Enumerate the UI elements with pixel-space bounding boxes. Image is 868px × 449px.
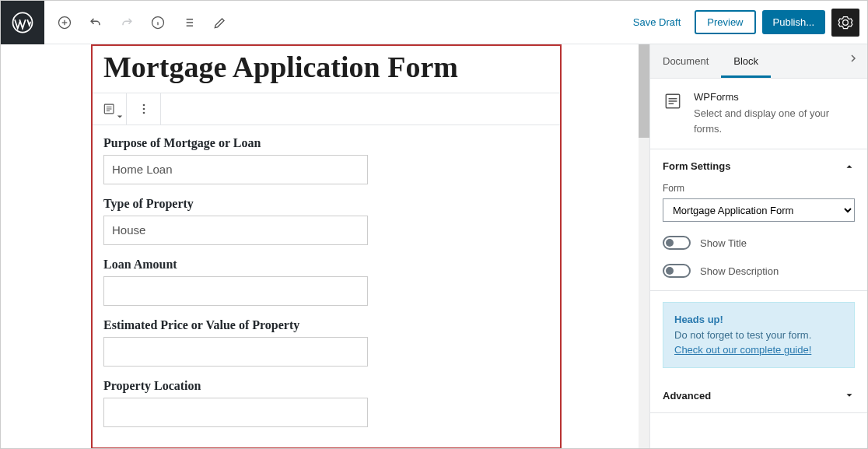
field-input-location[interactable] [103, 398, 368, 427]
form-field: Purpose of Mortgage or Loan [103, 136, 549, 184]
wpforms-icon [663, 91, 684, 113]
block-card: WPForms Select and display one of your f… [650, 79, 867, 149]
field-label: Estimated Price or Value of Property [103, 318, 549, 332]
panel-advanced: Advanced [650, 379, 867, 413]
field-label: Type of Property [103, 197, 549, 211]
editor-scrollbar-thumb[interactable] [639, 44, 649, 138]
field-input-amount[interactable] [103, 276, 368, 306]
notice-link[interactable]: Check out our complete guide! [674, 344, 811, 356]
sidebar-tabs: Document Block [650, 44, 867, 79]
add-block-button[interactable] [51, 9, 79, 37]
panel-header-form-settings[interactable]: Form Settings [650, 149, 867, 183]
outline-button[interactable] [175, 9, 203, 37]
toggle-show-title[interactable] [663, 236, 691, 250]
info-button[interactable] [144, 9, 172, 37]
block-more-button[interactable] [127, 93, 161, 125]
svg-point-6 [142, 111, 145, 114]
redo-button[interactable] [113, 9, 141, 37]
field-label: Loan Amount [103, 258, 549, 272]
notice-body: Do not forget to test your form. [674, 329, 811, 341]
preview-button[interactable]: Preview [695, 10, 755, 34]
panel-title: Form Settings [663, 160, 730, 172]
block-description: Select and display one of your forms. [694, 106, 855, 136]
settings-gear-button[interactable] [831, 9, 859, 37]
field-label: Property Location [103, 379, 549, 393]
save-draft-button[interactable]: Save Draft [625, 10, 688, 34]
tab-block[interactable]: Block [721, 44, 771, 78]
page-title[interactable]: Mortgage Application Form [93, 46, 560, 93]
main-area: Mortgage Application Form Purpose of Mor… [1, 44, 867, 448]
publish-button[interactable]: Publish... [762, 10, 825, 34]
selected-block[interactable]: Mortgage Application Form Purpose of Mor… [91, 44, 562, 448]
tab-document[interactable]: Document [650, 44, 721, 78]
block-type-button[interactable] [93, 93, 127, 125]
toolbar-left [44, 1, 240, 44]
toolbar-right: Save Draft Preview Publish... [625, 9, 867, 37]
toggle-show-description-row: Show Description [663, 264, 855, 278]
wordpress-logo[interactable] [1, 1, 44, 44]
toggle-show-title-row: Show Title [663, 236, 855, 250]
editor-canvas: Mortgage Application Form Purpose of Mor… [1, 44, 649, 448]
editor-scrollbar-track[interactable] [639, 44, 649, 448]
block-toolbar [93, 93, 560, 125]
form-select-label: Form [663, 183, 855, 194]
chevron-down-icon [844, 390, 855, 401]
block-name: WPForms [694, 91, 855, 103]
settings-sidebar: Document Block WPForms Select and displa… [649, 44, 867, 448]
field-input-type[interactable] [103, 216, 368, 245]
panel-body: Form Mortgage Application Form Show Titl… [650, 183, 867, 290]
form-field: Property Location [103, 379, 549, 427]
form-select[interactable]: Mortgage Application Form [663, 198, 855, 222]
form-field: Estimated Price or Value of Property [103, 318, 549, 367]
toggle-label: Show Description [700, 265, 779, 277]
form-field: Loan Amount [103, 258, 549, 306]
panel-form-settings: Form Settings Form Mortgage Application … [650, 149, 867, 291]
panel-header-advanced[interactable]: Advanced [650, 379, 867, 412]
field-input-purpose[interactable] [103, 155, 368, 184]
panel-title: Advanced [663, 390, 711, 402]
field-input-estimate[interactable] [103, 337, 368, 367]
notice-heading: Heads up! [674, 314, 723, 325]
chevron-up-icon [844, 161, 855, 172]
edit-button[interactable] [206, 9, 234, 37]
editor-topbar: Save Draft Preview Publish... [1, 1, 867, 44]
sidebar-close-icon[interactable] [839, 44, 867, 78]
form-preview: Purpose of Mortgage or Loan Type of Prop… [93, 125, 560, 447]
field-label: Purpose of Mortgage or Loan [103, 136, 549, 150]
svg-point-5 [142, 107, 145, 110]
svg-point-4 [142, 103, 145, 106]
undo-button[interactable] [82, 9, 110, 37]
block-card-body: WPForms Select and display one of your f… [694, 91, 855, 136]
notice-box: Heads up! Do not forget to test your for… [663, 302, 855, 368]
toggle-label: Show Title [700, 237, 747, 249]
toggle-show-description[interactable] [663, 264, 691, 278]
form-field: Type of Property [103, 197, 549, 245]
